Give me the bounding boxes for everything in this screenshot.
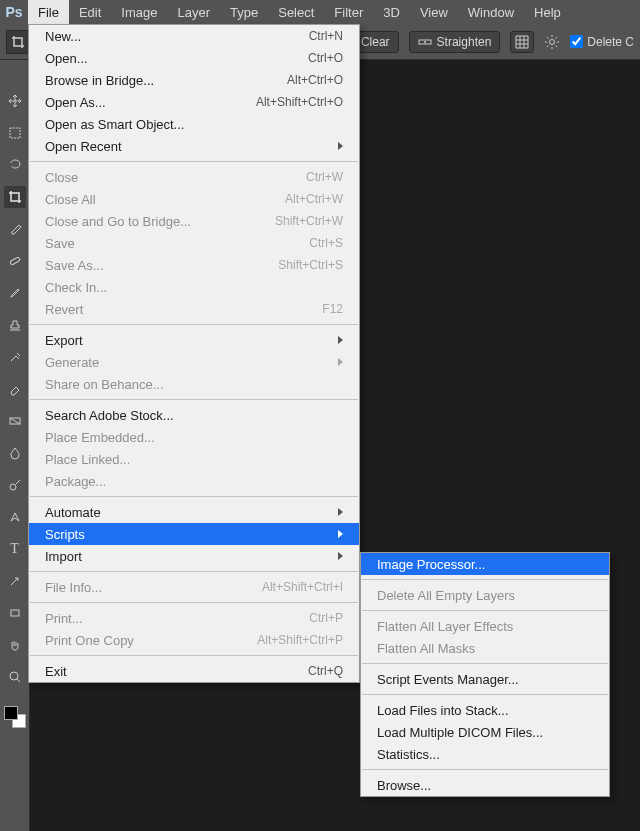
svg-point-8 <box>10 672 18 680</box>
file-menu: New...Ctrl+NOpen...Ctrl+OBrowse in Bridg… <box>28 24 360 683</box>
blur-tool[interactable] <box>4 442 26 464</box>
scripts-menu-item-script-events-manager[interactable]: Script Events Manager... <box>361 668 609 690</box>
brush-tool[interactable] <box>4 282 26 304</box>
move-tool[interactable] <box>4 90 26 112</box>
file-menu-item-import[interactable]: Import <box>29 545 359 567</box>
grid-icon <box>515 35 529 49</box>
menu-separator <box>30 496 358 497</box>
menu-item-label: Save <box>45 236 75 251</box>
eraser-tool[interactable] <box>4 378 26 400</box>
svg-rect-7 <box>11 610 19 616</box>
toolbox: T <box>0 60 30 831</box>
crop-tool[interactable] <box>4 186 26 208</box>
menubar-item-image[interactable]: Image <box>111 0 167 24</box>
gradient-tool[interactable] <box>4 410 26 432</box>
file-menu-item-open-as-smart-object[interactable]: Open as Smart Object... <box>29 113 359 135</box>
menubar-item-view[interactable]: View <box>410 0 458 24</box>
menubar-item-file[interactable]: File <box>28 0 69 24</box>
menubar-item-select[interactable]: Select <box>268 0 324 24</box>
menu-item-label: Export <box>45 333 83 348</box>
menu-item-shortcut: Ctrl+O <box>308 51 343 65</box>
menu-item-label: Delete All Empty Layers <box>377 588 515 603</box>
file-menu-item-open-as[interactable]: Open As...Alt+Shift+Ctrl+O <box>29 91 359 113</box>
delete-check-input[interactable] <box>570 35 583 48</box>
options-gear[interactable] <box>544 34 560 50</box>
marquee-tool[interactable] <box>4 122 26 144</box>
menu-item-label: Open... <box>45 51 88 66</box>
crop-icon <box>8 190 22 204</box>
file-menu-item-open[interactable]: Open...Ctrl+O <box>29 47 359 69</box>
scripts-menu-item-load-multiple-dicom-files[interactable]: Load Multiple DICOM Files... <box>361 721 609 743</box>
file-menu-item-close-all: Close AllAlt+Ctrl+W <box>29 188 359 210</box>
bandaid-icon <box>8 254 22 268</box>
menu-separator <box>362 579 608 580</box>
submenu-arrow-icon <box>338 358 343 366</box>
file-menu-item-new[interactable]: New...Ctrl+N <box>29 25 359 47</box>
shape-tool[interactable] <box>4 602 26 624</box>
menubar-item-edit[interactable]: Edit <box>69 0 111 24</box>
menu-separator <box>30 161 358 162</box>
scripts-menu-item-image-processor[interactable]: Image Processor... <box>361 553 609 575</box>
dodge-icon <box>8 478 22 492</box>
file-menu-item-exit[interactable]: ExitCtrl+Q <box>29 660 359 682</box>
submenu-arrow-icon <box>338 142 343 150</box>
file-menu-item-export[interactable]: Export <box>29 329 359 351</box>
menubar-item-window[interactable]: Window <box>458 0 524 24</box>
menu-item-shortcut: Alt+Ctrl+W <box>285 192 343 206</box>
svg-point-6 <box>10 484 16 490</box>
menu-item-label: Script Events Manager... <box>377 672 519 687</box>
active-tool-thumb[interactable] <box>6 30 30 54</box>
stamp-icon <box>8 318 22 332</box>
menubar: Ps FileEditImageLayerTypeSelectFilter3DV… <box>0 0 640 24</box>
menu-item-shortcut: Shift+Ctrl+W <box>275 214 343 228</box>
menu-item-label: Close <box>45 170 78 185</box>
file-menu-item-open-recent[interactable]: Open Recent <box>29 135 359 157</box>
straighten-button[interactable]: Straighten <box>409 31 501 53</box>
file-menu-item-revert: RevertF12 <box>29 298 359 320</box>
menu-item-label: Automate <box>45 505 101 520</box>
dodge-tool[interactable] <box>4 474 26 496</box>
scripts-menu-item-load-files-into-stack[interactable]: Load Files into Stack... <box>361 699 609 721</box>
menubar-item-type[interactable]: Type <box>220 0 268 24</box>
file-menu-item-scripts[interactable]: Scripts <box>29 523 359 545</box>
submenu-arrow-icon <box>338 552 343 560</box>
menu-item-label: Open as Smart Object... <box>45 117 184 132</box>
scripts-menu-item-delete-all-empty-layers: Delete All Empty Layers <box>361 584 609 606</box>
stamp-tool[interactable] <box>4 314 26 336</box>
menu-item-label: New... <box>45 29 81 44</box>
heal-tool[interactable] <box>4 250 26 272</box>
path-tool[interactable] <box>4 570 26 592</box>
file-menu-item-automate[interactable]: Automate <box>29 501 359 523</box>
menubar-item-filter[interactable]: Filter <box>324 0 373 24</box>
eyedropper-icon <box>8 222 22 236</box>
scripts-menu-item-statistics[interactable]: Statistics... <box>361 743 609 765</box>
file-menu-item-share-on-behance: Share on Behance... <box>29 373 359 395</box>
menubar-item-help[interactable]: Help <box>524 0 571 24</box>
menu-item-shortcut: Ctrl+W <box>306 170 343 184</box>
menu-item-label: Close and Go to Bridge... <box>45 214 191 229</box>
pen-tool[interactable] <box>4 506 26 528</box>
file-menu-item-browse-in-bridge[interactable]: Browse in Bridge...Alt+Ctrl+O <box>29 69 359 91</box>
hand-tool[interactable] <box>4 634 26 656</box>
type-tool[interactable]: T <box>4 538 26 560</box>
scripts-menu-item-browse[interactable]: Browse... <box>361 774 609 796</box>
color-swatch[interactable] <box>4 706 26 728</box>
eyedropper-tool[interactable] <box>4 218 26 240</box>
delete-checkbox[interactable]: Delete C <box>570 35 634 49</box>
zoom-tool[interactable] <box>4 666 26 688</box>
file-menu-item-search-adobe-stock[interactable]: Search Adobe Stock... <box>29 404 359 426</box>
menu-item-shortcut: Ctrl+S <box>309 236 343 250</box>
svg-point-1 <box>424 41 426 43</box>
foreground-swatch[interactable] <box>4 706 18 720</box>
menu-item-label: Browse... <box>377 778 431 793</box>
menu-item-label: Generate <box>45 355 99 370</box>
lasso-tool[interactable] <box>4 154 26 176</box>
grid-toggle[interactable] <box>510 31 534 53</box>
menubar-item-layer[interactable]: Layer <box>168 0 221 24</box>
menubar-item-3d[interactable]: 3D <box>373 0 410 24</box>
menu-separator <box>30 399 358 400</box>
svg-point-2 <box>550 39 555 44</box>
lasso-icon <box>8 158 22 172</box>
history-brush-tool[interactable] <box>4 346 26 368</box>
crop-icon <box>11 35 25 49</box>
